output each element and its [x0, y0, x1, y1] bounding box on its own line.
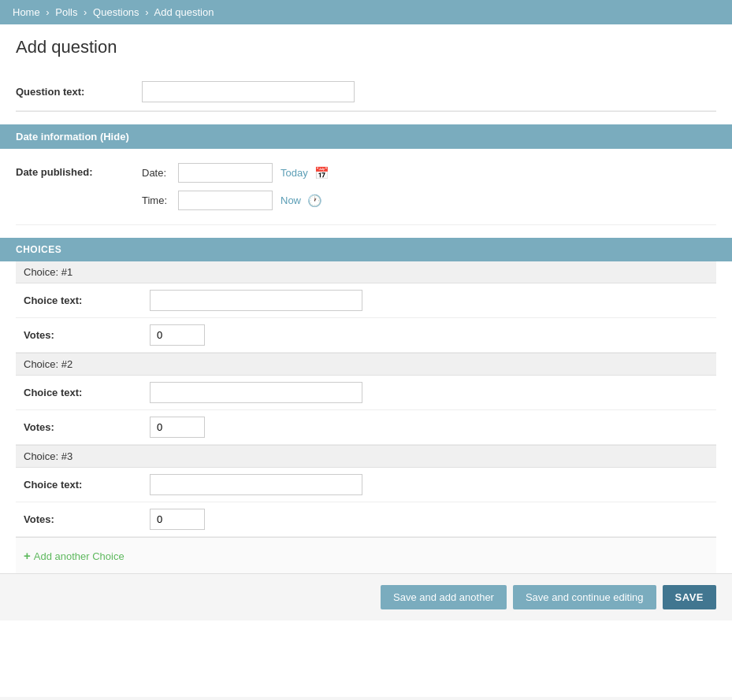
date-inputs: Date: Today 📅 Time: Now 🕐	[142, 163, 329, 210]
date-section-header: Date information (Hide)	[0, 124, 732, 149]
choice-title-1: Choice: #1	[16, 261, 716, 283]
time-input[interactable]	[178, 191, 273, 210]
votes-input-1[interactable]	[150, 324, 205, 346]
choices-header-text: CHOICES	[16, 244, 61, 255]
choices-header: CHOICES	[0, 238, 732, 261]
today-link[interactable]: Today	[281, 167, 308, 179]
choice-title-2: Choice: #2	[16, 354, 716, 376]
save-continue-button[interactable]: Save and continue editing	[513, 585, 656, 609]
choice-text-label-1: Choice text:	[24, 294, 150, 306]
date-published-label: Date published:	[16, 163, 142, 178]
breadcrumb-sep1: ›	[46, 6, 49, 18]
breadcrumb-home[interactable]: Home	[13, 6, 40, 18]
add-another-choice-link[interactable]: +Add another Choice	[24, 550, 124, 562]
choice-text-label-2: Choice text:	[24, 387, 150, 398]
choice-text-input-1[interactable]	[150, 290, 362, 311]
section-divider	[16, 111, 716, 112]
calendar-icon[interactable]: 📅	[314, 166, 329, 180]
votes-label-3: Votes:	[24, 513, 150, 525]
question-text-section: Question text:	[16, 73, 716, 111]
time-row: Time: Now 🕐	[142, 191, 329, 210]
choice-block-2: Choice: #2 Choice text: Votes:	[16, 354, 716, 446]
date-published-section: Date published: Date: Today 📅 Time: Now …	[16, 149, 716, 225]
votes-label-1: Votes:	[24, 329, 150, 341]
add-another-label: Add another Choice	[34, 550, 124, 562]
breadcrumb-sep2: ›	[84, 6, 87, 18]
choice-text-input-2[interactable]	[150, 382, 362, 403]
date-input[interactable]	[178, 163, 273, 183]
date-section-toggle[interactable]: Date information (Hide)	[16, 131, 129, 143]
date-label: Date:	[142, 167, 173, 179]
choice-text-row-2: Choice text:	[16, 376, 716, 410]
question-text-label: Question text:	[16, 86, 142, 98]
time-label: Time:	[142, 194, 173, 206]
page-title: Add question	[16, 37, 716, 57]
votes-label-2: Votes:	[24, 421, 150, 433]
choice-block-3: Choice: #3 Choice text: Votes:	[16, 446, 716, 538]
choice-block-1: Choice: #1 Choice text: Votes:	[16, 261, 716, 354]
main-content: Add question Question text: Date informa…	[0, 24, 732, 697]
breadcrumb-sep3: ›	[145, 6, 148, 18]
breadcrumb: Home › Polls › Questions › Add question	[0, 0, 732, 24]
choice-text-row-1: Choice text:	[16, 283, 716, 318]
add-another-row: +Add another Choice	[16, 538, 716, 573]
date-published-row: Date published: Date: Today 📅 Time: Now …	[16, 157, 716, 217]
votes-row-1: Votes:	[16, 318, 716, 353]
save-button[interactable]: SAVE	[663, 585, 716, 609]
votes-input-2[interactable]	[150, 417, 205, 438]
save-add-another-button[interactable]: Save and add another	[381, 585, 507, 609]
votes-row-3: Votes:	[16, 502, 716, 537]
votes-row-2: Votes:	[16, 410, 716, 445]
choice-title-3: Choice: #3	[16, 446, 716, 468]
choice-text-row-3: Choice text:	[16, 468, 716, 502]
date-row: Date: Today 📅	[142, 163, 329, 183]
choice-text-input-3[interactable]	[150, 474, 362, 495]
clock-icon[interactable]: 🕐	[307, 194, 322, 208]
now-link[interactable]: Now	[281, 194, 301, 206]
breadcrumb-current: Add question	[154, 6, 214, 18]
question-text-row: Question text:	[16, 73, 716, 111]
footer-bar: Save and add another Save and continue e…	[0, 573, 732, 620]
votes-input-3[interactable]	[150, 509, 205, 530]
plus-icon: +	[24, 549, 31, 562]
question-text-input[interactable]	[142, 81, 355, 102]
breadcrumb-questions[interactable]: Questions	[93, 6, 139, 18]
breadcrumb-polls[interactable]: Polls	[55, 6, 77, 18]
choice-text-label-3: Choice text:	[24, 479, 150, 491]
